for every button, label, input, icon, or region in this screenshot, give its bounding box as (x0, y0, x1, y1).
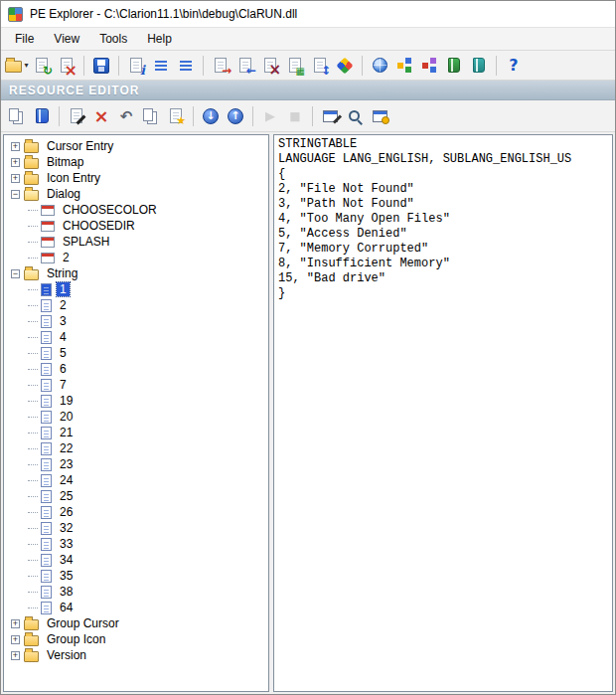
tree-connector (28, 417, 38, 418)
expand-toggle[interactable]: + (11, 651, 20, 660)
import-resource-button[interactable] (30, 104, 54, 128)
tree-item-label: 34 (57, 553, 76, 567)
toolbar-separator (496, 56, 497, 76)
move-up-button[interactable] (224, 104, 247, 128)
tree-item-dialog-choosecolor[interactable]: CHOOSECOLOR (4, 202, 268, 218)
resource-properties-icon (373, 110, 387, 122)
reload-file-button[interactable] (30, 54, 54, 78)
undo-button[interactable] (114, 104, 138, 128)
test-dialog-button (258, 104, 282, 128)
signature-scanner-button[interactable] (417, 54, 441, 78)
dependency-compass-button[interactable] (333, 54, 357, 78)
data-directories-view-button[interactable] (174, 54, 198, 78)
tree-item-folder-cursor-entry[interactable]: +Cursor Entry (4, 138, 268, 154)
tree-item-string-19[interactable]: 19 (4, 393, 268, 409)
edit-resource-button[interactable] (65, 104, 88, 128)
import-view-button[interactable] (233, 54, 257, 78)
export-resource-button[interactable] (5, 104, 29, 128)
copy-resource-button[interactable] (139, 104, 163, 128)
export-view-button[interactable] (209, 54, 232, 78)
tree-item-dialog-splash[interactable]: SPLASH (4, 234, 268, 250)
tree-item-string-26[interactable]: 26 (4, 504, 268, 520)
view-source-button[interactable] (343, 104, 367, 128)
edit-resource-icon (71, 108, 82, 123)
save-file-button[interactable] (89, 54, 113, 78)
tree-item-string-21[interactable]: 21 (4, 425, 268, 440)
tree-item-string-2[interactable]: 2 (4, 297, 268, 313)
dropdown-arrow-icon[interactable]: ▾ (24, 61, 28, 70)
tree-item-folder-version[interactable]: +Version (4, 647, 268, 663)
main-area: +Cursor Entry+Bitmap+Icon Entry−DialogCH… (1, 132, 615, 694)
tree-item-label: 5 (57, 346, 70, 360)
expand-toggle[interactable]: + (11, 158, 20, 167)
tree-item-label: Version (44, 648, 89, 662)
string-resource-icon (41, 283, 52, 296)
tree-item-string-6[interactable]: 6 (4, 361, 268, 377)
tree-connector (28, 560, 38, 561)
move-down-button[interactable] (199, 104, 223, 128)
tree-item-string-22[interactable]: 22 (4, 440, 268, 456)
structure-viewer-button[interactable] (392, 54, 416, 78)
tree-item-folder-string[interactable]: −String (4, 265, 268, 281)
tree-item-folder-bitmap[interactable]: +Bitmap (4, 154, 268, 170)
toolbar-separator (252, 106, 253, 126)
script-console-button[interactable] (467, 54, 491, 78)
resource-view-button[interactable] (283, 54, 307, 78)
string-resource-icon (41, 570, 52, 583)
tree-item-label: Icon Entry (44, 171, 103, 185)
tree-item-string-4[interactable]: 4 (4, 329, 268, 345)
help-button[interactable] (502, 54, 526, 78)
string-resource-icon (41, 602, 52, 614)
delete-resource-button[interactable] (89, 104, 113, 128)
tree-item-dialog-2[interactable]: 2 (4, 250, 268, 265)
collapse-toggle[interactable]: − (11, 269, 20, 278)
tree-item-dialog-choosedir[interactable]: CHOOSEDIR (4, 218, 268, 234)
menu-item-file[interactable]: File (5, 29, 44, 49)
add-resource-button[interactable] (164, 104, 188, 128)
tree-item-string-33[interactable]: 33 (4, 536, 268, 552)
tree-item-string-3[interactable]: 3 (4, 313, 268, 329)
tree-item-string-64[interactable]: 64 (4, 600, 268, 615)
tree-item-folder-dialog[interactable]: −Dialog (4, 186, 268, 202)
string-resource-icon (41, 442, 52, 455)
collapse-toggle[interactable]: − (11, 190, 20, 199)
expand-toggle[interactable]: + (11, 619, 20, 628)
dependency-scanner-button[interactable] (368, 54, 391, 78)
tree-item-string-38[interactable]: 38 (4, 584, 268, 600)
expand-toggle[interactable]: + (11, 174, 20, 183)
menu-item-tools[interactable]: Tools (89, 29, 137, 49)
tree-item-string-20[interactable]: 20 (4, 409, 268, 425)
resource-properties-button[interactable] (368, 104, 391, 128)
dialog-editor-button[interactable] (318, 104, 342, 128)
tree-item-folder-group-icon[interactable]: +Group Icon (4, 631, 268, 647)
close-file-button[interactable] (55, 54, 78, 78)
toolbar-separator (362, 56, 363, 76)
menu-item-view[interactable]: View (44, 29, 89, 49)
tree-item-folder-group-cursor[interactable]: +Group Cursor (4, 615, 268, 631)
tree-item-string-5[interactable]: 5 (4, 345, 268, 361)
expand-toggle[interactable]: + (11, 635, 20, 644)
tree-item-string-7[interactable]: 7 (4, 377, 268, 393)
tree-connector (28, 226, 38, 227)
tree-item-string-35[interactable]: 35 (4, 568, 268, 584)
file-info-button[interactable] (124, 54, 148, 78)
relocation-view-button[interactable] (308, 54, 332, 78)
tree-connector (28, 544, 38, 545)
tree-item-label: Group Icon (44, 632, 108, 646)
tree-item-string-25[interactable]: 25 (4, 488, 268, 504)
stringtable-text[interactable]: STRINGTABLE LANGUAGE LANG_ENGLISH, SUBLA… (278, 137, 608, 301)
open-file-button[interactable]: ▾ (5, 54, 29, 78)
tree-item-string-34[interactable]: 34 (4, 552, 268, 568)
tree-item-string-1[interactable]: 1 (4, 281, 268, 297)
folder-icon (24, 651, 39, 662)
tree-item-string-32[interactable]: 32 (4, 520, 268, 536)
tree-item-string-23[interactable]: 23 (4, 456, 268, 472)
delay-import-view-button[interactable] (258, 54, 282, 78)
disassembler-button[interactable] (442, 54, 466, 78)
headers-view-button[interactable] (149, 54, 173, 78)
disassembler-icon (448, 58, 460, 73)
tree-item-folder-icon-entry[interactable]: +Icon Entry (4, 170, 268, 186)
tree-item-string-24[interactable]: 24 (4, 472, 268, 488)
menu-item-help[interactable]: Help (137, 29, 182, 49)
expand-toggle[interactable]: + (11, 142, 20, 151)
